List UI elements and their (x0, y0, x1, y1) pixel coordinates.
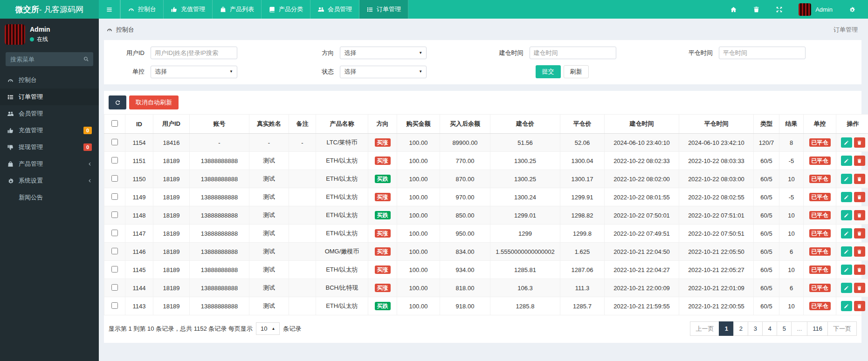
cell-result: 10 (779, 170, 804, 188)
page-button-1[interactable]: 1 (719, 321, 734, 336)
cell-result: 10 (779, 206, 804, 225)
delete-button[interactable] (854, 156, 865, 166)
column-header: 类型 (754, 115, 779, 134)
cell-result: -5 (779, 188, 804, 206)
user-id-input[interactable] (151, 47, 237, 59)
sidebar-item-members[interactable]: 会员管理 (0, 105, 99, 122)
sidebar-item-dashboard[interactable]: 控制台 (0, 72, 99, 89)
edit-button[interactable] (841, 192, 852, 202)
users-icon (7, 110, 14, 117)
dashboard-icon (106, 27, 113, 33)
select-all-checkbox[interactable] (111, 120, 118, 127)
cell-close_time: 2024-06-10 23:42:10 (679, 134, 754, 152)
edit-button[interactable] (841, 246, 852, 257)
sidebar-toggle-button[interactable] (99, 0, 120, 19)
sidebar-item-products[interactable]: 产品管理 (0, 156, 99, 172)
cancel-auto-refresh-button[interactable]: 取消自动刷新 (129, 95, 179, 109)
delete-button[interactable] (854, 228, 865, 238)
row-checkbox[interactable] (111, 266, 118, 272)
open-time-input[interactable] (530, 47, 616, 59)
thumbs-up-icon (171, 6, 178, 13)
home-icon (730, 6, 737, 13)
home-button[interactable] (722, 0, 745, 19)
fullscreen-button[interactable] (768, 0, 791, 19)
direction-select[interactable]: 选择 ▼ (340, 47, 427, 59)
sidebar-item-settings[interactable]: 系统设置 (0, 172, 99, 189)
trash-icon (857, 158, 862, 163)
row-checkbox[interactable] (111, 248, 118, 254)
delete-button[interactable] (854, 246, 865, 257)
row-checkbox[interactable] (111, 302, 118, 309)
row-checkbox[interactable] (111, 175, 118, 182)
sidebar-item-recharge[interactable]: 充值管理0 (0, 122, 99, 139)
sidebar-item-orders[interactable]: 订单管理 (0, 89, 99, 105)
cell-account: 13888888888 (190, 243, 249, 261)
row-checkbox[interactable] (111, 211, 118, 218)
search-icon[interactable] (83, 56, 90, 62)
edit-button[interactable] (841, 265, 852, 275)
clear-cache-button[interactable] (745, 0, 768, 19)
edit-button[interactable] (841, 283, 852, 293)
edit-button[interactable] (841, 210, 852, 220)
page-button-2[interactable]: 2 (733, 321, 748, 336)
nav-item-members[interactable]: 会员管理 (310, 0, 359, 19)
page-button-下一页[interactable]: 下一页 (827, 321, 857, 336)
page-button-3[interactable]: 3 (748, 321, 763, 336)
delete-button[interactable] (854, 174, 865, 184)
brand-logo[interactable]: 微交所 - 凡客源码网 (0, 0, 99, 19)
close-time-input[interactable] (719, 47, 806, 59)
breadcrumb[interactable]: 控制台 (106, 26, 134, 34)
page-size-select[interactable]: 10 ▲ (256, 322, 280, 335)
page-button-5[interactable]: 5 (777, 321, 792, 336)
sidebar-item-news[interactable]: 新闻公告 (0, 189, 99, 206)
settings-button[interactable] (840, 0, 863, 19)
edit-button[interactable] (841, 174, 852, 184)
column-header: 操作 (836, 115, 868, 134)
row-checkbox[interactable] (111, 139, 118, 145)
direction-badge: 买跌 (375, 302, 391, 310)
pencil-icon (844, 231, 849, 236)
sidebar-item-label: 新闻公告 (19, 193, 92, 202)
nav-item-product-list[interactable]: 产品列表 (213, 0, 262, 19)
page-button-4[interactable]: 4 (762, 321, 777, 336)
delete-button[interactable] (854, 301, 865, 311)
user-menu[interactable]: Admin (791, 0, 840, 19)
row-checkbox[interactable] (111, 157, 118, 163)
delete-button[interactable] (854, 137, 865, 148)
page-button-116[interactable]: 116 (807, 321, 828, 336)
nav-item-dashboard[interactable]: 控制台 (120, 0, 164, 19)
edit-button[interactable] (841, 137, 852, 148)
delete-button[interactable] (854, 265, 865, 275)
row-checkbox[interactable] (111, 284, 118, 291)
delete-button[interactable] (854, 283, 865, 293)
status-select[interactable]: 选择 ▼ (340, 66, 427, 78)
cell-name: 测试 (249, 206, 289, 225)
refresh-button[interactable]: 刷新 (564, 65, 589, 78)
edit-button[interactable] (841, 228, 852, 238)
cell-name: 测试 (249, 279, 289, 297)
nav-item-orders[interactable]: 订单管理 (359, 0, 408, 19)
table-refresh-button[interactable] (109, 95, 126, 109)
cell-account: - (190, 134, 249, 152)
column-header: 产品名称 (316, 115, 368, 134)
cell-open_time: 2024-06-10 23:40:10 (605, 134, 679, 152)
submit-button[interactable]: 提交 (536, 65, 561, 78)
page-button-...[interactable]: ... (791, 321, 807, 336)
column-header: 单控 (804, 115, 836, 134)
delete-button[interactable] (854, 192, 865, 202)
sidebar-item-withdraw[interactable]: 提现管理0 (0, 139, 99, 156)
delete-button[interactable] (854, 210, 865, 220)
edit-button[interactable] (841, 301, 852, 311)
page-button-上一页[interactable]: 上一页 (690, 321, 719, 336)
control-select[interactable]: 选择 ▼ (151, 66, 237, 78)
expand-icon (776, 6, 783, 13)
closed-badge: 已平仓 (809, 157, 831, 165)
cell-close_price: 1287.06 (560, 261, 605, 279)
row-checkbox[interactable] (111, 230, 118, 236)
row-checkbox[interactable] (111, 193, 118, 200)
nav-item-recharge[interactable]: 充值管理 (164, 0, 213, 19)
nav-item-product-categories[interactable]: 产品分类 (262, 0, 310, 19)
search-input[interactable] (6, 52, 93, 66)
edit-button[interactable] (841, 156, 852, 166)
cell-account: 13888888888 (190, 206, 249, 225)
